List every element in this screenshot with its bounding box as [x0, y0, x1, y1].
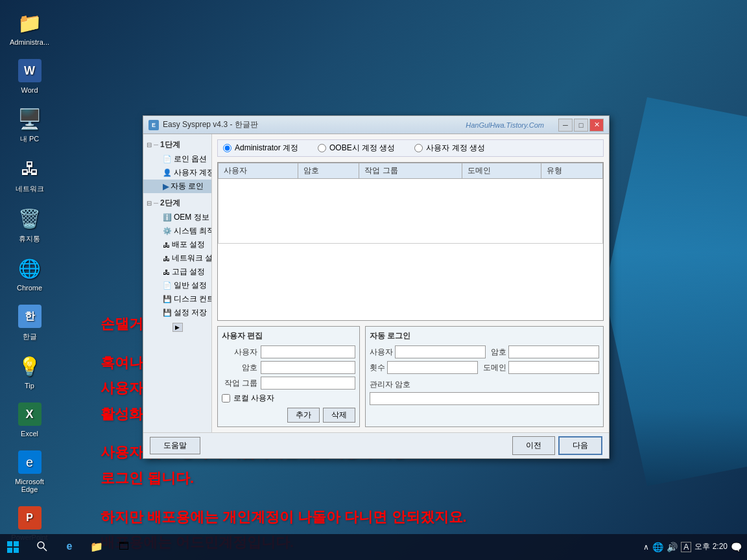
pw-form-row: 암호	[222, 361, 355, 374]
col-user: 사용자	[219, 163, 298, 179]
add-button[interactable]: 추가	[287, 408, 320, 423]
desktop-icon-chrome[interactable]: 🌐 Chrome	[5, 252, 54, 295]
desktop-icon-hangul[interactable]: 한 한글	[5, 300, 54, 345]
folder-icon: 📁	[17, 10, 43, 36]
svg-rect-0	[7, 541, 12, 546]
tray-expand[interactable]: ∧	[643, 542, 649, 552]
overlay-line-8: 로그인 됩니다.	[101, 465, 467, 491]
tree-user-account[interactable]: 👤 사용자 계정	[143, 166, 211, 180]
user-table-container: 사용자 암호 작업 그룹 도메인 유형	[217, 162, 604, 321]
taskbar-time: 오후 2:20	[694, 542, 728, 552]
radio-oobe[interactable]: OOBE시 계정 생성	[318, 143, 395, 154]
help-button[interactable]: 도움말	[150, 437, 200, 454]
delete-button[interactable]: 삭제	[323, 408, 355, 423]
autologin-user-label: 사용자	[370, 347, 393, 358]
user-table: 사용자 암호 작업 그룹 도메인 유형	[218, 163, 603, 244]
autologin-count-input[interactable]	[387, 361, 478, 374]
workgroup-input[interactable]	[261, 377, 355, 390]
desktop-icon-network[interactable]: 🖧 네트워크	[5, 152, 54, 197]
desktop-icon-tip[interactable]: 💡 Tip	[5, 350, 54, 393]
tree-network-setting[interactable]: 🖧 네트워크 설정	[143, 251, 211, 265]
tree-optimize[interactable]: ⚙️ 시스템 최적화	[143, 224, 211, 238]
prev-button[interactable]: 이전	[512, 436, 555, 455]
start-button[interactable]	[0, 534, 26, 560]
desktop-icon-mypc[interactable]: 🖥️ 내 PC	[5, 102, 54, 147]
desktop-icon-administrator[interactable]: 📁 Administra...	[5, 6, 54, 49]
tree-advanced-label: 고급 설정	[172, 266, 205, 277]
autologin-domain-input[interactable]	[508, 361, 599, 374]
taskbar: e 📁 🗔 ∧ 🌐 🔊 A 오후 2:20 🗨️	[0, 534, 747, 560]
desktop-icon-edge[interactable]: e Microsoft Edge	[5, 446, 54, 496]
trash-icon: 🗑️	[17, 205, 43, 231]
tray-volume[interactable]: 🔊	[667, 542, 678, 552]
tree-scroll-right[interactable]: ▶	[172, 323, 183, 332]
svg-rect-1	[14, 541, 19, 546]
autologin-pw-col: 암호	[491, 345, 599, 358]
autologin-count-label: 횟수	[370, 362, 385, 373]
tree-user-icon: 👤	[163, 169, 172, 177]
desktop-icon-excel[interactable]: X Excel	[5, 398, 54, 441]
desktop-icon-trash[interactable]: 🗑️ 휴지통	[5, 202, 54, 247]
autologin-pw-input[interactable]	[508, 345, 599, 358]
restore-button[interactable]: □	[574, 119, 588, 132]
radio-admin-account[interactable]: Administrator 계정	[223, 143, 298, 154]
tray-network[interactable]: 🌐	[652, 542, 663, 552]
edge-icon-label: Microsoft Edge	[8, 478, 51, 493]
autologin-user-input[interactable]	[395, 345, 486, 358]
tree-login-option[interactable]: 📄 로인 옵션	[143, 152, 211, 166]
tree-disk-icon: 💾	[163, 295, 172, 303]
tree-optimize-icon: ⚙️	[163, 227, 172, 235]
minimize-button[interactable]: ─	[558, 119, 573, 132]
tree-auto-login[interactable]: ▶ 자동 로인	[143, 180, 211, 193]
action-buttons: 추가 삭제	[222, 408, 355, 423]
word-icon: W	[17, 58, 43, 84]
tree-general[interactable]: 📄 일반 설정	[143, 279, 211, 292]
administrator-icon-label: Administra...	[10, 38, 49, 46]
tip-icon: 💡	[17, 353, 43, 379]
desktop-icon-word[interactable]: W Word	[5, 54, 54, 97]
dialog-app-icon: E	[148, 120, 159, 130]
desktop: 📁 Administra... W Word 🖥️ 내 PC 🖧 네트워크 🗑️	[0, 0, 747, 560]
user-input[interactable]	[261, 345, 355, 358]
pw-input[interactable]	[261, 361, 355, 374]
radio-oobe-input[interactable]	[318, 144, 326, 152]
tree-deploy-icon: 🖧	[163, 241, 170, 249]
close-button[interactable]: ✕	[589, 119, 604, 132]
user-field-label: 사용자	[222, 347, 257, 358]
hangul-icon-label: 한글	[23, 332, 37, 342]
taskbar-items: e 📁 🗔	[26, 535, 140, 559]
tree-oem-icon: ℹ️	[163, 213, 172, 222]
network-icon-label: 네트워크	[16, 184, 44, 194]
local-user-checkbox[interactable]	[222, 394, 230, 402]
taskbar-edge[interactable]: e	[56, 535, 82, 559]
tree-disk-label: 디스크 컨트롤러 ..	[174, 294, 212, 305]
overlay-line-10: 하지만 배포용에는 개인계정이 나돌아 다니면 안되겠지요.	[101, 504, 467, 530]
tree-disk[interactable]: 💾 디스크 컨트롤러 ..	[143, 292, 211, 306]
tree-advanced[interactable]: 🖧 고급 설정	[143, 265, 211, 279]
dialog-branding: HanGulHwa.Tistory.Com	[466, 116, 544, 134]
radio-admin-label: Administrator 계정	[235, 143, 298, 154]
radio-row: Administrator 계정 OOBE시 계정 생성 사용자 계정 생성	[217, 139, 604, 157]
autologin-domain-label: 도메인	[483, 362, 506, 373]
radio-admin-input[interactable]	[223, 144, 231, 152]
tree-oem[interactable]: ℹ️ OEM 정보 설정	[143, 211, 211, 224]
tree-deploy-label: 배포 설정	[172, 239, 205, 250]
taskbar-search[interactable]	[29, 535, 55, 559]
tray-notification[interactable]: 🗨️	[731, 542, 742, 552]
taskbar-clock[interactable]: 오후 2:20	[694, 542, 728, 552]
tree-network-icon: 🖧	[163, 255, 170, 262]
next-button[interactable]: 다음	[558, 436, 602, 455]
admin-pw-label: 관리자 암호	[370, 379, 599, 390]
taskbar-app3[interactable]: 🗔	[111, 535, 137, 559]
taskbar-explorer[interactable]: 📁	[84, 535, 110, 559]
tree-deploy[interactable]: 🖧 배포 설정	[143, 238, 211, 251]
radio-user-create[interactable]: 사용자 계정 생성	[414, 143, 485, 154]
tree-step2-label: 2단계	[160, 198, 180, 209]
admin-pw-input[interactable]	[370, 392, 599, 405]
radio-oobe-label: OOBE시 계정 생성	[329, 143, 395, 154]
tree-save[interactable]: 💾 설정 저장	[143, 306, 211, 320]
autologin-row2: 횟수 도메인	[370, 361, 599, 374]
radio-user-input[interactable]	[414, 144, 423, 152]
network-icon: 🖧	[17, 156, 43, 181]
user-form-row: 사용자	[222, 345, 355, 358]
